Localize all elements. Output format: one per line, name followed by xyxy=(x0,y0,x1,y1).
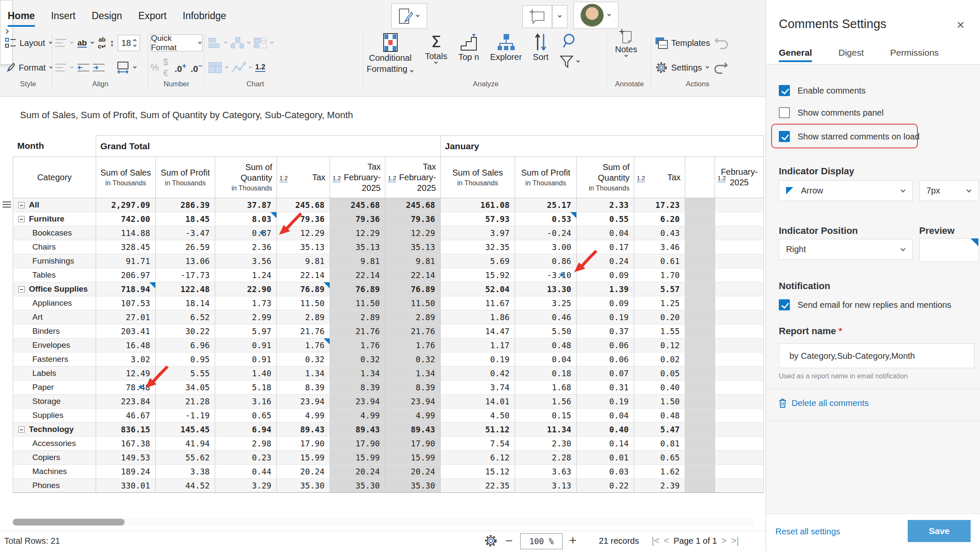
table-cell[interactable]: 6.52 xyxy=(156,310,215,324)
measure-header-gt_qty[interactable]: Sum of Quantityin Thousands xyxy=(215,157,277,198)
table-cell[interactable]: 21.76 xyxy=(277,324,330,338)
table-cell[interactable]: 22.14 xyxy=(385,268,441,282)
table-cell[interactable] xyxy=(715,282,764,296)
table-cell[interactable] xyxy=(685,310,715,324)
table-cell[interactable] xyxy=(715,198,764,212)
row-label[interactable]: Machines xyxy=(13,465,96,479)
table-cell[interactable]: 76.89 xyxy=(330,282,385,296)
table-cell[interactable]: 22.90 xyxy=(215,282,277,296)
tab-permissions[interactable]: Permissions xyxy=(890,48,939,62)
report-name-input[interactable]: by Category,Sub-Category,Month xyxy=(779,344,974,368)
table-cell[interactable]: 286.39 xyxy=(156,198,215,212)
table-cell[interactable]: 15.99 xyxy=(277,451,330,465)
table-cell[interactable]: 17.90 xyxy=(277,437,330,451)
table-cell[interactable] xyxy=(685,324,715,338)
row-label[interactable]: All xyxy=(13,198,96,212)
table-cell[interactable]: 16.48 xyxy=(96,338,156,352)
notes-button[interactable]: Notes xyxy=(615,28,637,57)
table-cell[interactable]: 5.57 xyxy=(634,282,685,296)
table-cell[interactable]: 0.32 xyxy=(277,352,330,366)
show-starred-comments-checkbox[interactable] xyxy=(779,131,790,142)
table-cell[interactable]: 11.34 xyxy=(515,423,577,437)
table-cell[interactable]: 3.97 xyxy=(441,226,515,240)
table-cell[interactable]: 3.13 xyxy=(515,479,577,493)
table-cell[interactable] xyxy=(715,352,764,366)
font-size-stepper[interactable]: 18 xyxy=(118,35,140,51)
table-cell[interactable]: 223.84 xyxy=(96,395,156,409)
table-cell[interactable]: 1.73 xyxy=(215,296,277,310)
table-cell[interactable]: 11.50 xyxy=(277,296,330,310)
table-cell[interactable]: 2,297.09 xyxy=(96,198,156,212)
table-cell[interactable]: 0.46 xyxy=(515,310,577,324)
settings-button[interactable]: Settings xyxy=(655,61,709,74)
table-cell[interactable] xyxy=(685,254,715,268)
table-cell[interactable]: 149.53 xyxy=(96,451,156,465)
table-cell[interactable]: 0.86 xyxy=(515,254,577,268)
format-button[interactable]: Format xyxy=(5,59,53,77)
table-cell[interactable] xyxy=(685,268,715,282)
table-cell[interactable]: 3.74 xyxy=(441,381,515,395)
indicator-display-dropdown[interactable]: Arrow xyxy=(779,180,913,201)
table-cell[interactable]: 2.33 xyxy=(577,198,634,212)
table-cell[interactable] xyxy=(715,296,764,310)
table-cell[interactable]: -1.19 xyxy=(156,409,215,423)
send-email-checkbox[interactable] xyxy=(779,299,790,310)
table-cell[interactable]: 22.14 xyxy=(277,268,330,282)
table-cell[interactable] xyxy=(715,437,764,451)
table-cell[interactable]: 3.16 xyxy=(215,395,277,409)
format-badge[interactable]: 1.2 xyxy=(279,175,288,182)
row-label[interactable]: Accessories xyxy=(13,437,96,451)
zoom-in-button[interactable]: + xyxy=(569,533,577,548)
table-cell[interactable]: 55.62 xyxy=(156,451,215,465)
table-cell[interactable]: 14.47 xyxy=(441,324,515,338)
table-cell[interactable]: 0.37 xyxy=(577,324,634,338)
tab-digest[interactable]: Digest xyxy=(838,48,864,62)
table-cell[interactable]: 26.59 xyxy=(156,240,215,254)
table-cell[interactable] xyxy=(715,212,764,226)
table-cell[interactable]: 0.48 xyxy=(634,409,685,423)
table-cell[interactable]: 1.55 xyxy=(634,324,685,338)
table-cell[interactable]: 20.24 xyxy=(277,465,330,479)
table-cell[interactable]: 0.95 xyxy=(156,352,215,366)
table-cell[interactable]: 11.50 xyxy=(330,296,385,310)
table-cell[interactable]: 206.97 xyxy=(96,268,156,282)
show-starred-comments-row[interactable]: Show starred comments on load xyxy=(779,131,920,142)
table-cell[interactable]: 27.01 xyxy=(96,310,156,324)
table-cell[interactable]: 6.96 xyxy=(156,338,215,352)
table-cell[interactable]: 17.23 xyxy=(634,198,685,212)
table-cell[interactable]: 1.68 xyxy=(515,381,577,395)
starred-comment-icon[interactable]: ★ xyxy=(259,228,265,237)
table-cell[interactable]: 0.15 xyxy=(515,409,577,423)
table-cell[interactable]: 34.05 xyxy=(156,381,215,395)
table-cell[interactable]: 0.02 xyxy=(634,352,685,366)
table-cell[interactable]: 0.87★ xyxy=(215,226,277,240)
row-label[interactable]: Phones xyxy=(13,479,96,493)
table-cell[interactable]: 17.90 xyxy=(385,437,441,451)
table-cell[interactable] xyxy=(685,226,715,240)
table-cell[interactable]: 0.18 xyxy=(515,366,577,381)
table-cell[interactable]: 11.67 xyxy=(441,296,515,310)
table-cell[interactable]: 35.30 xyxy=(330,479,385,493)
table-cell[interactable]: 2.89 xyxy=(277,310,330,324)
table-cell[interactable]: 44.52 xyxy=(156,479,215,493)
table-cell[interactable] xyxy=(685,282,715,296)
table-cell[interactable]: 35.13 xyxy=(385,240,441,254)
row-label[interactable]: Furniture xyxy=(13,212,96,226)
table-cell[interactable] xyxy=(685,198,715,212)
table-cell[interactable]: 4.99 xyxy=(330,409,385,423)
table-cell[interactable] xyxy=(715,381,764,395)
row-label[interactable]: Furnishings xyxy=(13,254,96,268)
table-cell[interactable]: 8.03 xyxy=(215,212,277,226)
table-cell[interactable]: 12.49 xyxy=(96,366,156,381)
table-cell[interactable]: 0.04 xyxy=(515,352,577,366)
row-label[interactable]: Art xyxy=(13,310,96,324)
table-cell[interactable]: 51.12 xyxy=(441,423,515,437)
table-cell[interactable] xyxy=(715,226,764,240)
number-format-icon[interactable]: 1.2 xyxy=(255,63,265,72)
ribbon-tab-infobridge[interactable]: Infobridge xyxy=(183,10,226,27)
table-cell[interactable]: 2.28 xyxy=(515,451,577,465)
table-cell[interactable]: 21.28 xyxy=(156,395,215,409)
row-label[interactable]: Labels xyxy=(13,366,96,381)
horizontal-scrollbar[interactable] xyxy=(13,518,754,526)
table-cell[interactable]: 23.94 xyxy=(330,395,385,409)
